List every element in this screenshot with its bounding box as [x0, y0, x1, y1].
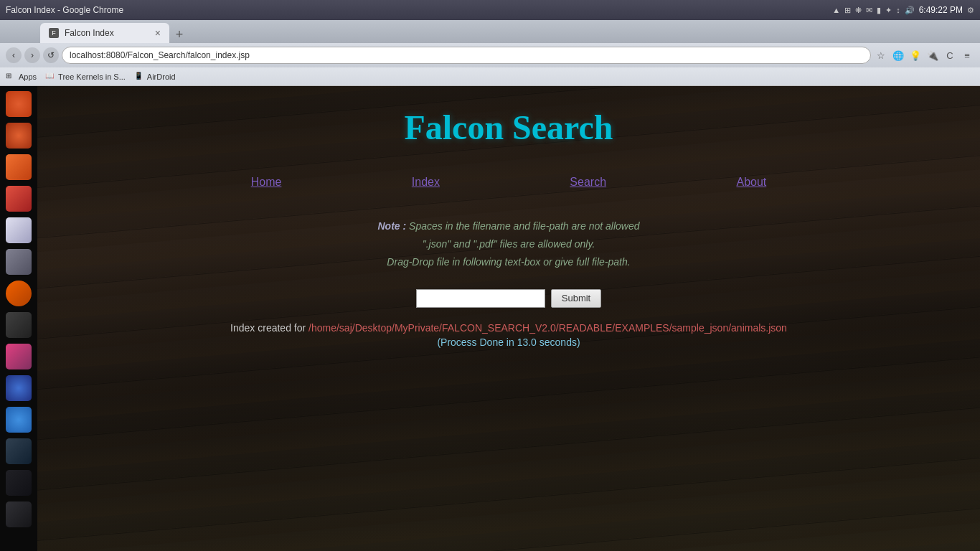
note-line2: ".json" and ".pdf" files are allowed onl…	[378, 235, 640, 253]
reload-button[interactable]: ↺	[43, 47, 59, 63]
chrome-app-icon[interactable]: C	[943, 48, 957, 62]
tab-favicon: F	[49, 28, 59, 38]
back-button[interactable]: ‹	[6, 47, 22, 63]
battery-icon[interactable]: ▮	[877, 6, 881, 15]
dock-vlc[interactable]	[4, 278, 34, 309]
dock-x[interactable]	[4, 342, 34, 372]
email-icon[interactable]: ✉	[866, 6, 872, 15]
network-icon[interactable]: ↕	[896, 6, 900, 14]
tab-close-button[interactable]: ×	[155, 28, 161, 38]
bookmark-apps-label: Apps	[19, 72, 37, 81]
page-title: Falcon Search	[404, 108, 613, 147]
tab-label: Falcon Index	[65, 28, 114, 38]
browser-content: Falcon Search Home Index Search About No…	[37, 86, 980, 551]
dock-file[interactable]	[4, 499, 34, 529]
page-icon[interactable]: 🌐	[891, 48, 905, 62]
clipboard-icon[interactable]: ⊞	[844, 6, 851, 15]
dock-globe[interactable]	[4, 373, 34, 403]
nav-search[interactable]: Search	[570, 176, 606, 189]
os-titlebar: Falcon Index - Google Chrome ▲ ⊞ ❋ ✉ ▮ ✦…	[0, 0, 980, 20]
index-result: Index created for /home/saj/Desktop/MyPr…	[230, 322, 787, 348]
index-file-path: /home/saj/Desktop/MyPrivate/FALCON_SEARC…	[308, 322, 787, 334]
nav-home[interactable]: Home	[251, 176, 282, 189]
new-tab-button[interactable]: +	[169, 26, 189, 43]
apps-grid-icon: ⊞	[6, 72, 16, 82]
volume-icon[interactable]: 🔊	[905, 6, 915, 15]
note-text1: Spaces in the filename and file-path are…	[409, 220, 639, 232]
file-input-row: Submit	[416, 289, 601, 308]
bluetooth-icon[interactable]: ❋	[855, 6, 862, 15]
active-tab[interactable]: F Falcon Index ×	[40, 23, 169, 43]
dock-firefox[interactable]	[4, 121, 34, 151]
system-time: 6:49:22 PM	[919, 5, 963, 15]
submit-button[interactable]: Submit	[551, 289, 601, 308]
dock-pen[interactable]	[4, 310, 34, 340]
nav-links: Home Index Search About	[186, 176, 831, 189]
dock-note[interactable]	[4, 215, 34, 245]
tree-kernels-icon: 📖	[45, 72, 55, 82]
note-label: Note :	[378, 220, 407, 232]
address-bar: ‹ › ↺ ☆ 🌐 💡 🔌 C ≡	[0, 43, 980, 67]
process-time: (Process Done in 13.0 seconds)	[230, 336, 787, 348]
dock-app1[interactable]	[4, 184, 34, 214]
dock-folder[interactable]	[4, 152, 34, 182]
os-titlebar-right: ▲ ⊞ ❋ ✉ ▮ ✦ ↕ 🔊 6:49:22 PM ⚙	[832, 5, 974, 15]
puzzle-icon[interactable]: 🔌	[925, 48, 940, 62]
menu-icon[interactable]: ≡	[960, 48, 974, 62]
settings-gear-icon[interactable]: ⚙	[967, 6, 974, 15]
dock-terminal[interactable]	[4, 436, 34, 466]
note-line1: Note : Spaces in the filename and file-p…	[378, 217, 640, 235]
dock-chrome[interactable]	[4, 405, 34, 435]
address-bar-icons: ☆ 🌐 💡 🔌 C ≡	[874, 48, 974, 62]
bookmark-airdroid[interactable]: 📱 AirDroid	[134, 72, 176, 82]
nav-about[interactable]: About	[736, 176, 766, 189]
note-line3: Drag-Drop file in following text-box or …	[378, 253, 640, 271]
bookmark-apps[interactable]: ⊞ Apps	[6, 72, 37, 82]
lightbulb-icon[interactable]: 💡	[908, 48, 923, 62]
dock	[0, 86, 37, 551]
bookmark-tree-kernels-label: Tree Kernels in S...	[58, 72, 126, 81]
nav-index[interactable]: Index	[412, 176, 440, 189]
airdroid-icon: 📱	[134, 72, 144, 82]
bookmark-airdroid-label: AirDroid	[147, 72, 176, 81]
dropbox-icon[interactable]: ▲	[832, 6, 840, 14]
bookmarks-bar: ⊞ Apps 📖 Tree Kernels in S... 📱 AirDroid	[0, 67, 980, 86]
index-label: Index created for	[230, 322, 306, 334]
tab-bar: F Falcon Index × +	[0, 20, 980, 43]
forward-button[interactable]: ›	[24, 47, 40, 63]
bluetooth2-icon[interactable]: ✦	[885, 6, 892, 15]
bookmark-star-icon[interactable]: ☆	[874, 48, 888, 62]
dock-ubuntu[interactable]	[4, 89, 34, 119]
address-input[interactable]	[62, 47, 871, 64]
bookmark-tree-kernels[interactable]: 📖 Tree Kernels in S...	[45, 72, 126, 82]
os-app-name: Falcon Index - Google Chrome	[6, 5, 123, 15]
dock-settings[interactable]	[4, 247, 34, 277]
page-background: Falcon Search Home Index Search About No…	[37, 86, 980, 551]
note-section: Note : Spaces in the filename and file-p…	[378, 217, 640, 272]
dock-dark1[interactable]	[4, 468, 34, 498]
file-path-input[interactable]	[416, 289, 545, 308]
